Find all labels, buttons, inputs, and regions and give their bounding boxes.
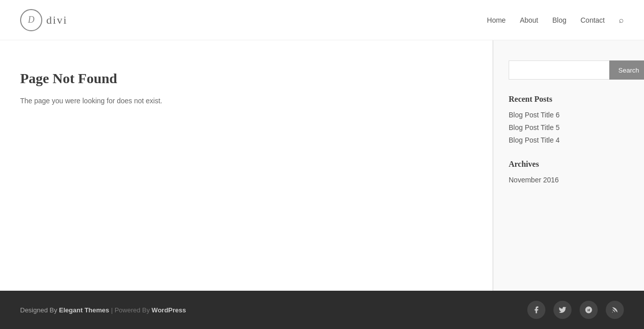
footer-social-icons: [527, 301, 624, 319]
logo-circle: D: [20, 9, 42, 31]
main-wrapper: Page Not Found The page you were looking…: [0, 40, 644, 291]
search-widget: Search: [509, 60, 629, 80]
logo-area[interactable]: D divi: [20, 9, 67, 31]
recent-posts-widget: Recent Posts Blog Post Title 6 Blog Post…: [509, 95, 629, 145]
main-nav: Home About Blog Contact ⌕: [487, 16, 624, 25]
footer-designed-by-text: Designed By: [20, 306, 59, 314]
recent-posts-list: Blog Post Title 6 Blog Post Title 5 Blog…: [509, 111, 629, 145]
archive-link-1[interactable]: November 2016: [509, 176, 559, 184]
list-item: Blog Post Title 6: [509, 111, 629, 119]
google-plus-icon[interactable]: [580, 301, 598, 319]
content-area: Page Not Found The page you were looking…: [0, 40, 493, 291]
archives-title: Archives: [509, 160, 629, 169]
nav-item-blog[interactable]: Blog: [552, 16, 567, 24]
search-icon[interactable]: ⌕: [619, 16, 624, 25]
site-footer: Designed By Elegant Themes | Powered By …: [0, 291, 644, 329]
recent-post-link-1[interactable]: Blog Post Title 6: [509, 111, 559, 119]
wordpress-link[interactable]: WordPress: [151, 306, 186, 314]
recent-post-link-2[interactable]: Blog Post Title 5: [509, 123, 559, 131]
svg-point-0: [612, 312, 613, 312]
logo-text: divi: [46, 14, 67, 27]
nav-item-contact[interactable]: Contact: [581, 16, 605, 24]
list-item: Blog Post Title 4: [509, 136, 629, 145]
recent-posts-title: Recent Posts: [509, 95, 629, 104]
archives-widget: Archives November 2016: [509, 160, 629, 184]
logo-letter: D: [28, 15, 35, 25]
page-title: Page Not Found: [20, 71, 462, 87]
list-item: November 2016: [509, 176, 629, 184]
twitter-icon[interactable]: [553, 301, 572, 319]
rss-icon[interactable]: [606, 301, 624, 319]
footer-left: Designed By Elegant Themes | Powered By …: [20, 306, 186, 314]
sidebar: Search Recent Posts Blog Post Title 6 Bl…: [493, 40, 644, 291]
search-input[interactable]: [509, 60, 609, 80]
nav-item-about[interactable]: About: [520, 16, 538, 24]
page-description: The page you were looking for does not e…: [20, 97, 462, 105]
facebook-icon[interactable]: [527, 301, 545, 319]
search-form: Search: [509, 60, 629, 80]
list-item: Blog Post Title 5: [509, 123, 629, 132]
search-button[interactable]: Search: [609, 60, 644, 80]
recent-post-link-3[interactable]: Blog Post Title 4: [509, 136, 559, 144]
nav-item-home[interactable]: Home: [487, 16, 506, 24]
archives-list: November 2016: [509, 176, 629, 184]
site-header: D divi Home About Blog Contact ⌕: [0, 0, 644, 40]
footer-pipe: | Powered By: [109, 306, 151, 314]
elegant-themes-link[interactable]: Elegant Themes: [59, 306, 109, 314]
